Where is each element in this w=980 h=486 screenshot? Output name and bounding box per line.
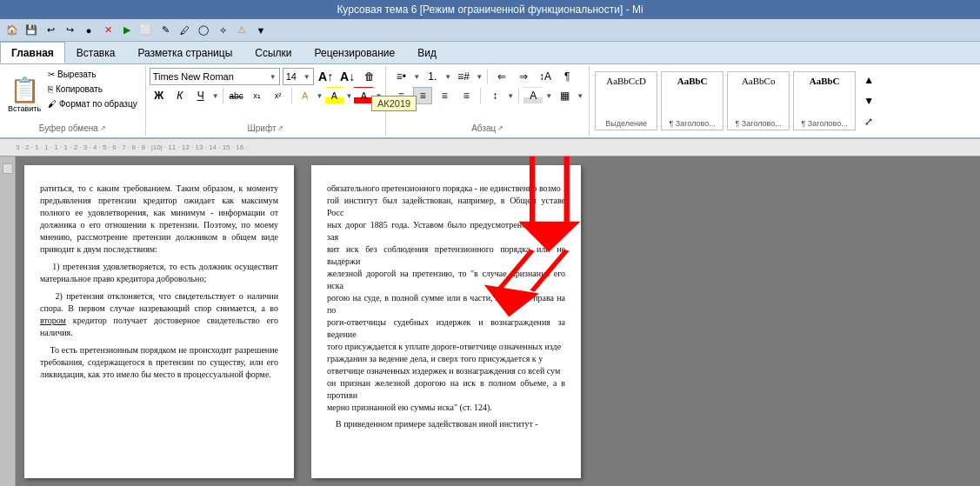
styles-scroll-down[interactable]: ▼ <box>859 92 878 110</box>
style-preview-2: AaBbCo <box>742 76 776 86</box>
increase-font-button[interactable]: A↑ <box>317 68 336 85</box>
ruler: 3 · 2 · 1 · 1 · 1 · 1 · 2 · 3 · 4 · 5 · … <box>0 139 980 156</box>
qa-dropdown[interactable]: ▼ <box>252 22 270 39</box>
style-item-3[interactable]: AaBbC ¶ Заголово... <box>793 71 856 130</box>
paragraph-group: ≡• ▼ 1. ▼ ≡# ▼ ⇐ ⇒ ↕A ¶ ≡ ≡ ≡ ≡ ↕ ▼ A ▼ … <box>386 66 590 136</box>
clipboard-expand-icon[interactable]: ↗ <box>100 124 106 132</box>
sort-button[interactable]: ↕A <box>536 68 555 85</box>
bold-button[interactable]: Ж <box>150 87 169 104</box>
style-item-1[interactable]: AaBbC ¶ Заголово... <box>661 71 723 130</box>
bullets-dropdown[interactable]: ▼ <box>413 73 420 81</box>
ruler-marks: 3 · 2 · 1 · 1 · 1 · 1 · 2 · 3 · 4 · 5 · … <box>16 143 980 151</box>
stop-button[interactable]: ✕ <box>99 22 117 39</box>
font-group: Times New Roman ▼ 14 ▼ A↑ A↓ 🗑 Ж К Ч ▼ a… <box>146 66 387 136</box>
office-button[interactable]: 🏠 <box>3 22 21 39</box>
shading-dropdown[interactable]: ▼ <box>545 92 552 100</box>
font-expand-icon[interactable]: ↗ <box>277 124 283 132</box>
highlight-color-button[interactable]: A <box>325 87 344 104</box>
repeat-button[interactable]: ● <box>80 22 97 39</box>
run-button[interactable]: ▶ <box>118 22 136 39</box>
warning-button[interactable]: ⚠ <box>233 22 250 39</box>
paste-label: Вставить <box>8 104 41 113</box>
qa-extra[interactable]: ⟡ <box>214 22 231 39</box>
page1-conclusion: То есть претензионным порядком не происх… <box>40 344 278 381</box>
tab-layout[interactable]: Разметка страницы <box>126 42 243 63</box>
increase-indent-button[interactable]: ⇒ <box>514 68 533 85</box>
highlight-dropdown[interactable]: ▼ <box>346 92 353 100</box>
copy-button[interactable]: ⎘ Копировать <box>45 83 140 96</box>
font-size-input[interactable]: 14 ▼ <box>283 68 314 85</box>
highlight-button[interactable]: 🖊 <box>176 22 193 39</box>
style-item-2[interactable]: AaBbCo ¶ Заголово... <box>727 71 790 130</box>
text-effect-dropdown[interactable]: ▼ <box>317 92 323 100</box>
paste-button[interactable]: 📋 Вставить <box>5 68 43 120</box>
multilevel-dropdown[interactable]: ▼ <box>476 73 483 81</box>
strikethrough-button[interactable]: abc <box>227 87 246 104</box>
ribbon: 📋 Вставить ✂ Вырезать ⎘ Копировать 🖌 Фор… <box>0 64 980 139</box>
title-bar: Курсовая тема 6 [Режим ограниченной функ… <box>0 0 980 19</box>
qa-btn-5[interactable]: ⬜ <box>137 22 155 39</box>
decrease-font-button[interactable]: A↓ <box>338 68 357 85</box>
multilevel-button[interactable]: ≡# <box>454 68 473 85</box>
styles-scroll-up[interactable]: ▲ <box>859 71 878 89</box>
font-name-input[interactable]: Times New Roman ▼ <box>150 68 280 85</box>
font-name-dropdown-icon[interactable]: ▼ <box>270 73 277 81</box>
paragraph-expand-icon[interactable]: ↗ <box>497 124 503 132</box>
bullets-button[interactable]: ≡• <box>391 68 410 85</box>
style-name-1: ¶ Заголово... <box>670 119 716 128</box>
justify-button[interactable]: ≡ <box>457 87 476 104</box>
page-1: ратиться, то с каким требованием. Таким … <box>24 165 294 478</box>
font-name-value: Times New Roman <box>153 71 270 82</box>
borders-button[interactable]: ▦ <box>555 87 574 104</box>
borders-dropdown[interactable]: ▼ <box>577 92 583 100</box>
line-spacing-dropdown[interactable]: ▼ <box>507 92 514 100</box>
undo-button[interactable]: ↩ <box>42 22 59 39</box>
align-right-button[interactable]: ≡ <box>435 87 454 104</box>
paste-icon: 📋 <box>10 76 40 104</box>
clear-format-button[interactable]: 🗑 <box>360 68 379 85</box>
superscript-button[interactable]: x² <box>269 87 288 104</box>
left-sidebar <box>0 156 16 486</box>
tab-review[interactable]: Рецензирование <box>303 42 407 63</box>
style-preview-3: AaBbC <box>810 76 840 86</box>
page2-conclusion: В приведенном примере задействован иной … <box>327 418 565 430</box>
style-item-0[interactable]: AaBbCcD Выделение <box>595 71 657 130</box>
cut-icon: ✂ <box>48 70 55 79</box>
style-preview-1: AaBbC <box>677 76 708 86</box>
format-painter-label: Формат по образцу <box>59 99 137 109</box>
shading-button[interactable]: A <box>523 87 543 104</box>
format-painter-button[interactable]: 🖌 Формат по образцу <box>45 97 140 110</box>
tab-references[interactable]: Ссылки <box>243 42 303 63</box>
underline-button[interactable]: Ч <box>191 87 210 104</box>
subscript-button[interactable]: x₁ <box>248 87 267 104</box>
tab-insert[interactable]: Вставка <box>65 42 127 63</box>
shapes-button[interactable]: ◯ <box>195 22 212 39</box>
cut-label: Вырезать <box>57 70 96 79</box>
numbering-dropdown[interactable]: ▼ <box>444 73 451 81</box>
numbering-button[interactable]: 1. <box>423 68 442 85</box>
draw-button[interactable]: ✎ <box>157 22 174 39</box>
title-text: Курсовая тема 6 [Режим ограниченной функ… <box>337 3 643 16</box>
redo-button[interactable]: ↪ <box>61 22 78 39</box>
italic-button[interactable]: К <box>170 87 190 104</box>
page1-item1: 1) претензия удовлетворяется, то есть до… <box>40 261 278 285</box>
text-effect-button[interactable]: A <box>296 87 315 104</box>
styles-expand[interactable]: ⤢ <box>859 113 878 130</box>
page2-text: обязательного претензионного порядка - н… <box>327 183 565 414</box>
cut-button[interactable]: ✂ Вырезать <box>45 68 140 81</box>
page-marker[interactable] <box>3 163 13 174</box>
decrease-indent-button[interactable]: ⇐ <box>492 68 511 85</box>
underline-dropdown[interactable]: ▼ <box>212 92 219 100</box>
clipboard-label: Буфер обмена <box>39 123 98 133</box>
save-button[interactable]: 💾 <box>23 22 40 39</box>
tab-home[interactable]: Главная <box>0 42 65 63</box>
tab-view[interactable]: Вид <box>406 42 448 63</box>
font-size-value: 14 <box>286 71 303 82</box>
pages-wrapper: ратиться, то с каким требованием. Таким … <box>16 156 980 486</box>
style-preview-0: AaBbCcD <box>606 76 646 86</box>
divider-4 <box>480 88 481 103</box>
show-marks-button[interactable]: ¶ <box>557 68 577 85</box>
line-spacing-button[interactable]: ↕ <box>485 87 504 104</box>
font-size-dropdown-icon[interactable]: ▼ <box>303 73 310 81</box>
style-name-3: ¶ Заголово... <box>802 119 848 128</box>
